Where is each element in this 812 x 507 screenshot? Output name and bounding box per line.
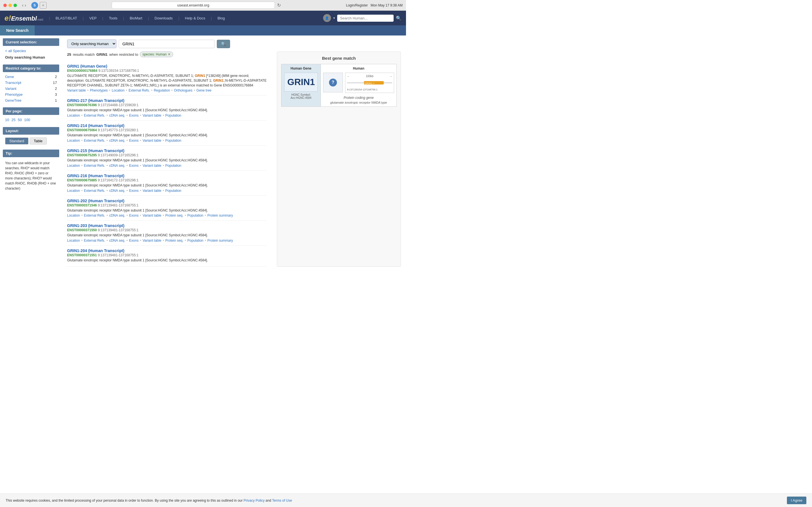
result-202-title[interactable]: GRIN1-202 (Human Transcript) [67,199,124,203]
t214-link-ext[interactable]: External Refs. [84,138,105,143]
all-species-link[interactable]: < all Species [5,49,26,53]
nav-vep[interactable]: VEP [89,16,97,20]
gene-symbol[interactable]: GRIN1 [287,77,315,87]
t203-link-variant[interactable]: Variant table [143,238,161,242]
t203-link-cdna[interactable]: cDNA seq. [109,238,125,242]
category-variant[interactable]: Variant 2 [3,86,59,92]
t203-link-location[interactable]: Location [67,238,80,242]
forward-button[interactable]: › [24,3,26,8]
global-search-button[interactable]: 🔍 [396,15,402,21]
new-search-button[interactable]: New Search [0,25,35,36]
per-page-25[interactable]: 25 [11,118,15,122]
gene-link-regulation[interactable]: Regulation [154,89,170,93]
t202-link-population[interactable]: Population [188,214,204,217]
species-badge-remove[interactable]: ✕ [168,52,170,56]
layout-table-button[interactable]: Table [30,137,47,145]
species-select[interactable]: Only searching Human [67,40,116,48]
t217-link-ext[interactable]: External Refs. [84,114,105,117]
tab-s-icon[interactable]: S [31,2,38,9]
t202-link-protein-summary[interactable]: Protein summary [207,214,233,217]
t214-link-cdna[interactable]: cDNA seq. [109,138,125,143]
category-genetree-link[interactable]: GeneTree [5,98,21,103]
close-button[interactable] [3,4,7,7]
t215-link-exons[interactable]: Exons [129,164,139,168]
category-transcript[interactable]: Transcript 17 [3,80,59,86]
t216-link-variant[interactable]: Variant table [143,189,161,193]
species-badge[interactable]: species: Human ✕ [140,52,173,57]
category-gene[interactable]: Gene 2 [3,74,59,80]
category-genetree[interactable]: GeneTree 1 [3,98,59,103]
maximize-button[interactable] [13,4,17,7]
t217-link-variant[interactable]: Variant table [143,114,161,117]
avatar-dropdown-icon[interactable]: ▾ [333,16,335,20]
t216-link-exons[interactable]: Exons [129,189,139,193]
minimize-button[interactable] [8,4,12,7]
category-transcript-link[interactable]: Transcript [5,80,21,85]
t202-link-location[interactable]: Location [67,214,80,217]
t215-link-population[interactable]: Population [165,164,181,168]
result-217-title[interactable]: GRIN1-217 (Human Transcript) [67,98,124,103]
reload-button[interactable]: ↻ [277,3,281,8]
back-button[interactable]: ‹ [22,3,23,8]
category-phenotype-link[interactable]: Phenotype [5,93,22,97]
t202-link-cdna[interactable]: cDNA seq. [109,214,125,217]
t215-link-location[interactable]: Location [67,164,80,168]
gene-thumbnail-question[interactable]: ? [329,78,337,87]
login-register-top[interactable]: Login/Register [346,3,368,7]
result-203-title[interactable]: GRIN1-203 (Human Transcript) [67,223,124,228]
nav-downloads[interactable]: Downloads [154,16,172,20]
category-variant-link[interactable]: Variant [5,87,16,91]
gene-link-variant-table[interactable]: Variant table [67,89,86,93]
search-term-input[interactable] [119,40,214,48]
result-gene-title[interactable]: GRIN1 (Human Gene) [67,64,107,68]
nav-blast[interactable]: BLAST/BLAT [56,16,77,20]
search-go-button[interactable]: 🔍 [217,40,230,48]
category-gene-link[interactable]: Gene [5,75,14,79]
url-bar[interactable]: useast.ensembl.org [112,2,275,9]
per-page-10[interactable]: 10 [5,118,9,122]
gene-link-phenotypes[interactable]: Phenotypes [90,89,108,93]
t215-link-ext[interactable]: External Refs. [84,164,105,168]
result-216-title[interactable]: GRIN1-216 (Human Transcript) [67,173,124,178]
t214-link-population[interactable]: Population [165,138,181,143]
ensembl-logo[interactable]: e!Ensembleast [4,14,43,22]
gene-link-location[interactable]: Location [112,89,124,93]
t203-link-protein-summary[interactable]: Protein summary [207,238,233,242]
t216-link-location[interactable]: Location [67,189,80,193]
tab-shield-icon[interactable]: ⚔ [40,2,47,9]
nav-blog[interactable]: Blog [217,16,225,20]
result-214-title[interactable]: GRIN1-214 (Human Transcript) [67,123,124,128]
t217-link-population[interactable]: Population [165,114,181,117]
t203-link-exons[interactable]: Exons [129,238,139,242]
nav-help[interactable]: Help & Docs [185,16,205,20]
gene-link-external-refs[interactable]: External Refs. [129,89,150,93]
t203-link-protein-seq[interactable]: Protein seq. [165,238,183,242]
t202-link-ext[interactable]: External Refs. [84,214,105,217]
nav-tools[interactable]: Tools [109,16,117,20]
layout-standard-button[interactable]: Standard [5,137,29,145]
result-204-title[interactable]: GRIN1-204 (Human Transcript) [67,248,124,253]
t216-link-population[interactable]: Population [165,189,181,193]
gene-link-orthologues[interactable]: Orthologues [174,89,192,93]
t203-link-population[interactable]: Population [188,238,204,242]
t215-link-cdna[interactable]: cDNA seq. [109,164,125,168]
category-phenotype[interactable]: Phenotype 3 [3,92,59,98]
per-page-50[interactable]: 50 [18,118,22,122]
t214-link-exons[interactable]: Exons [129,138,139,143]
t217-link-exons[interactable]: Exons [129,114,139,117]
t217-link-cdna[interactable]: cDNA seq. [109,114,125,117]
t202-link-protein-seq[interactable]: Protein seq. [165,214,183,217]
t203-link-ext[interactable]: External Refs. [84,238,105,242]
t202-link-exons[interactable]: Exons [129,214,139,217]
nav-biomart[interactable]: BioMart [130,16,142,20]
t202-link-variant[interactable]: Variant table [143,214,161,217]
per-page-100[interactable]: 100 [24,118,30,122]
gene-link-gene-tree[interactable]: Gene tree [197,89,211,93]
t214-link-variant[interactable]: Variant table [143,138,161,143]
global-search-input[interactable] [337,15,394,22]
t216-link-cdna[interactable]: cDNA seq. [109,189,125,193]
t215-link-variant[interactable]: Variant table [143,164,161,168]
t216-link-ext[interactable]: External Refs. [84,189,105,193]
t214-link-location[interactable]: Location [67,138,80,143]
result-215-title[interactable]: GRIN1-215 (Human Transcript) [67,149,124,153]
